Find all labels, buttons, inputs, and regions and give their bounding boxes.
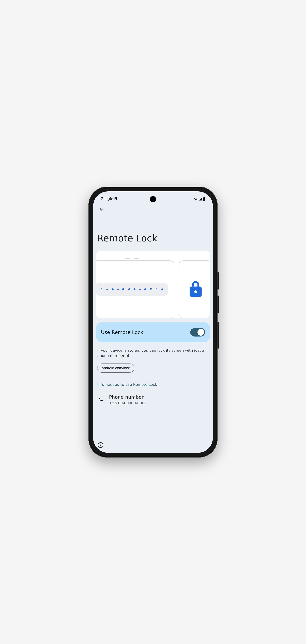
svg-rect-7 xyxy=(161,288,163,290)
power-button[interactable] xyxy=(218,322,219,349)
phone-icon xyxy=(99,397,103,402)
phone-number-row[interactable]: Phone number +55 00-00000-0000 xyxy=(99,394,210,405)
page-title: Remote Lock xyxy=(97,233,210,244)
svg-rect-1 xyxy=(203,198,205,201)
use-remote-lock-label: Use Remote Lock xyxy=(101,330,143,335)
shape-quatrefoil-icon xyxy=(111,287,114,292)
use-remote-lock-toggle[interactable] xyxy=(190,328,205,336)
app-bar xyxy=(96,202,210,213)
phone-number-value: +55 00-00000-0000 xyxy=(109,401,147,405)
shape-burst-icon xyxy=(155,287,158,292)
lock-url-label: android.com/lock xyxy=(102,366,130,370)
volume-up-button[interactable] xyxy=(218,272,219,290)
shape-dash-icon xyxy=(139,289,141,290)
signal-icon xyxy=(199,197,202,201)
info-icon[interactable]: i xyxy=(98,442,104,448)
hero-illustration xyxy=(96,250,210,318)
battery-icon xyxy=(203,197,205,201)
svg-marker-2 xyxy=(106,288,108,290)
svg-text:i: i xyxy=(100,443,101,447)
shape-circle-icon xyxy=(122,287,125,292)
front-camera xyxy=(150,196,156,202)
shape-pill-icon xyxy=(128,287,130,292)
svg-rect-5 xyxy=(134,288,136,290)
lock-url-chip[interactable]: android.com/lock xyxy=(97,364,134,373)
back-arrow-icon xyxy=(99,207,104,212)
shape-burst-icon xyxy=(100,287,103,292)
hero-lock-device xyxy=(179,260,210,318)
svg-marker-6 xyxy=(150,288,152,290)
svg-rect-4 xyxy=(128,288,130,290)
carrier-label: Google Fi xyxy=(101,197,117,201)
back-button[interactable] xyxy=(97,205,105,213)
shape-quatrefoil-icon xyxy=(144,287,147,292)
volume-down-button[interactable] xyxy=(218,296,219,313)
hero-password-device xyxy=(96,260,174,318)
screen: Google Fi 5G Remote Loc xyxy=(93,192,213,453)
info-section-header: Info needed to use Remote Lock xyxy=(97,382,210,387)
shape-diamond-icon xyxy=(161,287,163,292)
toggle-knob xyxy=(197,329,204,336)
shape-dash-icon xyxy=(117,289,119,290)
phone-number-title: Phone number xyxy=(109,394,147,400)
description-text: If your device is stolen, you can lock i… xyxy=(97,348,209,358)
network-label: 5G xyxy=(194,197,198,201)
shape-triangle-down-icon xyxy=(150,287,152,292)
shape-diamond-icon xyxy=(133,287,136,292)
page-content: Remote Lock xyxy=(93,202,213,453)
use-remote-lock-card[interactable]: Use Remote Lock xyxy=(96,322,210,342)
phone-frame: Google Fi 5G Remote Loc xyxy=(88,187,218,458)
password-pill xyxy=(96,283,168,296)
svg-point-3 xyxy=(122,288,125,290)
lock-icon xyxy=(188,280,203,298)
shape-triangle-icon xyxy=(106,287,108,292)
